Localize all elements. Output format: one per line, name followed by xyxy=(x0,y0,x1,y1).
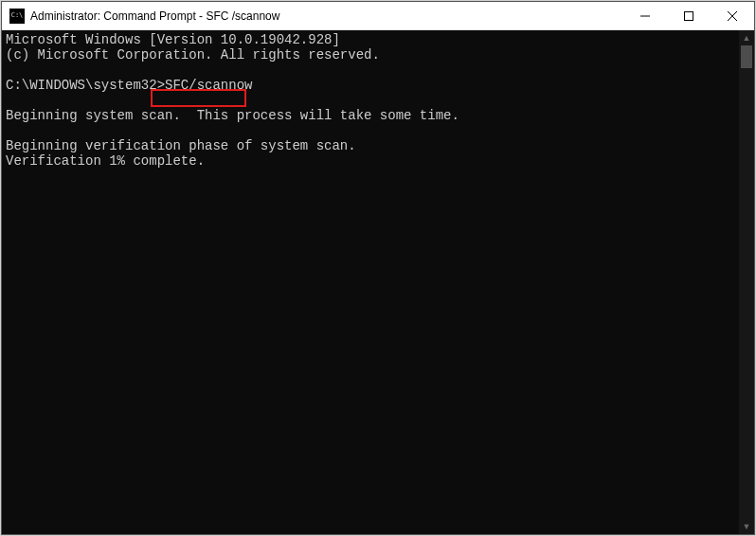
scroll-thumb[interactable] xyxy=(741,45,752,68)
scroll-down-icon[interactable]: ▼ xyxy=(739,519,754,534)
cmd-icon xyxy=(9,9,25,24)
console-output[interactable]: Microsoft Windows [Version 10.0.19042.92… xyxy=(2,30,739,534)
prompt-line: C:\WINDOWS\system32>SFC/scannow xyxy=(6,78,739,93)
minimize-button[interactable] xyxy=(623,2,667,29)
console-area: Microsoft Windows [Version 10.0.19042.92… xyxy=(2,30,754,534)
svg-rect-1 xyxy=(685,11,693,20)
titlebar[interactable]: Administrator: Command Prompt - SFC /sca… xyxy=(2,2,754,30)
output-line: Verification 1% complete. xyxy=(6,153,739,169)
output-blank xyxy=(6,123,739,138)
close-button[interactable] xyxy=(711,2,754,29)
window-title: Administrator: Command Prompt - SFC /sca… xyxy=(30,9,623,23)
vertical-scrollbar[interactable]: ▲ ▼ xyxy=(739,30,754,534)
output-blank xyxy=(6,63,739,78)
output-line: Beginning verification phase of system s… xyxy=(6,138,739,153)
command-prompt-window: Administrator: Command Prompt - SFC /sca… xyxy=(1,1,755,535)
scroll-up-icon[interactable]: ▲ xyxy=(739,30,754,45)
prompt-path: C:\WINDOWS\system32> xyxy=(6,78,165,93)
output-line: Beginning system scan. This process will… xyxy=(6,108,739,123)
prompt-command: SFC/scannow xyxy=(165,78,252,93)
output-line: Microsoft Windows [Version 10.0.19042.92… xyxy=(6,32,739,47)
output-line: (c) Microsoft Corporation. All rights re… xyxy=(6,47,739,63)
maximize-button[interactable] xyxy=(667,2,711,29)
output-blank xyxy=(6,93,739,108)
window-controls xyxy=(623,2,754,29)
